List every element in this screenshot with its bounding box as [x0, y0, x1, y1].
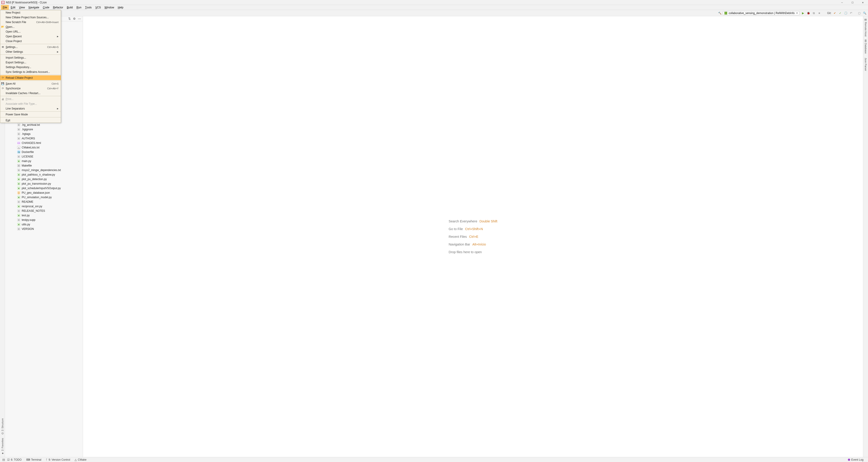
file-label: Makefile: [22, 164, 32, 167]
file-label: test.py: [22, 214, 30, 217]
menu-window[interactable]: Window: [103, 5, 116, 10]
file-menu-save-all[interactable]: 💾Save AllCtrl+S: [0, 81, 61, 86]
search-everywhere-button[interactable]: 🔍: [863, 11, 867, 15]
file-menu-reload-cmake-project[interactable]: ⟳Reload CMake Project: [0, 75, 61, 80]
file-menu-sync-settings-to-jetbrains-account[interactable]: Sync Settings to JetBrains Account...: [0, 69, 61, 74]
hide-panel-icon[interactable]: —: [78, 17, 81, 20]
settings-gear-icon[interactable]: ⚙: [73, 17, 76, 20]
menu-help[interactable]: Help: [116, 5, 125, 10]
file-pu-geo-database-json[interactable]: {}PU_geo_database.json: [5, 191, 81, 195]
file-label: VERSION: [22, 227, 34, 231]
build-icon[interactable]: 🔨: [718, 11, 721, 15]
file-menu-invalidate-caches-restart[interactable]: Invalidate Caches / Restart...: [0, 91, 61, 95]
file-license[interactable]: ≡LICENSE: [5, 154, 81, 159]
file-readme[interactable]: ≡README: [5, 200, 81, 204]
file-changes-html[interactable]: <>CHANGES.html: [5, 141, 81, 145]
terminal-tool-button[interactable]: ⌨Terminal: [24, 458, 43, 461]
file-testpy-supp[interactable]: ≡testpy.supp: [5, 218, 81, 222]
git-revert-button[interactable]: ↶: [849, 11, 853, 15]
file-utils-py[interactable]: ●utils.py: [5, 222, 81, 227]
project-tree[interactable]: ≡.hg_archival.txt≡.hgignore≡.hgtags≡AUTH…: [5, 123, 81, 457]
file-menu-exit[interactable]: Exit: [0, 118, 61, 123]
menu-item-label: Open Recent: [6, 35, 22, 38]
file-plot-pu-transmission-py[interactable]: ●plot_pu_transmission.py: [5, 181, 81, 186]
minimize-button[interactable]: ─: [837, 0, 847, 5]
close-button[interactable]: ✕: [858, 0, 868, 5]
menu-build[interactable]: Build: [65, 5, 75, 10]
file-menu-open-url[interactable]: Open URL...: [0, 29, 61, 34]
file-menu-dropdown[interactable]: New ProjectNew CMake Project from Source…: [0, 10, 61, 123]
file-menu-settings[interactable]: 🛠Settings...Ctrl+Alt+S: [0, 45, 61, 49]
file-main-py[interactable]: ●main.py: [5, 159, 81, 163]
svg-text:CL: CL: [2, 2, 4, 4]
file-menu-open-recent[interactable]: Open Recent▶: [0, 34, 61, 39]
file-icon: ≡: [17, 209, 20, 212]
vcs-tool-button[interactable]: ᚶ9: Version Control: [43, 458, 72, 461]
left-tab-2-structure[interactable]: ⌬2: Structure: [1, 418, 4, 434]
menu-item-icon: 💾: [1, 82, 4, 85]
file-menu-new-project[interactable]: New Project: [0, 10, 61, 15]
scroll-from-source-icon[interactable]: ⇅: [68, 17, 71, 20]
file-plot-pu-detection-py[interactable]: ●plot_pu_detection.py: [5, 177, 81, 181]
file-menu-other-settings[interactable]: Other Settings▶: [0, 49, 61, 54]
file--hg-archival-txt[interactable]: ≡.hg_archival.txt: [5, 123, 81, 127]
right-tab-remote-host[interactable]: ▤Remote Host: [864, 18, 867, 36]
menu-edit[interactable]: Edit: [9, 5, 17, 10]
file-menu-line-separators[interactable]: Line Separators▶: [0, 106, 61, 111]
right-tab-json-parser[interactable]: Json Parser: [864, 57, 867, 71]
file-icon: ≡: [17, 128, 20, 131]
statusbar-menu-icon[interactable]: ▤: [2, 458, 5, 461]
file-label: README: [22, 200, 33, 203]
file-menu-new-scratch-file[interactable]: New Scratch FileCtrl+Alt+Shift+Insert: [0, 20, 61, 24]
menu-file[interactable]: File: [1, 5, 9, 10]
git-history-button[interactable]: 🕓: [844, 11, 848, 15]
git-update-button[interactable]: ✔: [833, 11, 837, 15]
file-menu-power-save-mode[interactable]: Power Save Mode: [0, 112, 61, 117]
file-menu-import-settings[interactable]: Import Settings...: [0, 55, 61, 60]
file-menu-synchronize[interactable]: ⟳SynchronizeCtrl+Alt+Y: [0, 86, 61, 91]
file-makefile[interactable]: ≡Makefile: [5, 163, 81, 168]
file-menu-new-cmake-project-from-sources[interactable]: New CMake Project from Sources...: [0, 15, 61, 20]
run-with-coverage-button[interactable]: ⧉: [812, 11, 816, 15]
todo-tool-button[interactable]: ☑6: TODO: [5, 458, 24, 461]
maximize-button[interactable]: ☐: [847, 0, 858, 5]
menu-navigate[interactable]: Navigate: [27, 5, 41, 10]
file-version[interactable]: ≡VERSION: [5, 227, 81, 231]
file-menu-open[interactable]: 📂Open...: [0, 24, 61, 29]
stop-button[interactable]: ■: [817, 11, 821, 15]
menu-refactor[interactable]: Refactor: [51, 5, 65, 10]
file-menu-settings-repository[interactable]: Settings Repository...: [0, 65, 61, 69]
menu-tools[interactable]: Tools: [83, 5, 93, 10]
menu-run[interactable]: Run: [74, 5, 83, 10]
left-tab-2-favorites[interactable]: ★2: Favorites: [1, 438, 4, 455]
cmake-tool-button[interactable]: △CMake: [72, 458, 89, 461]
right-tab-database[interactable]: 🗄Database: [864, 39, 867, 54]
file-menu-export-settings[interactable]: Export Settings...: [0, 60, 61, 65]
editor-area[interactable]: Search EverywhereDouble ShiftGo to FileC…: [83, 16, 863, 457]
event-log-button[interactable]: Event Log: [846, 458, 866, 461]
file-reciprocal-snr-py[interactable]: ●reciprocal_snr.py: [5, 204, 81, 209]
file-test-py[interactable]: ●test.py: [5, 213, 81, 218]
git-commit-button[interactable]: ✓: [838, 11, 842, 15]
file-cmakelists-txt[interactable]: △CMakeLists.txt: [5, 145, 81, 150]
debug-button[interactable]: 🐞: [806, 11, 810, 15]
file-pu-simulation-model-py[interactable]: ●PU_simulation_model.py: [5, 195, 81, 200]
file-dockerfile[interactable]: 🐳Dockerfile: [5, 150, 81, 154]
file-release-notes[interactable]: ≡RELEASE_NOTES: [5, 209, 81, 213]
file-msys2-mingw-dependencies-txt[interactable]: ≡msys2_mingw_dependencies.txt: [5, 168, 81, 172]
menu-vcs[interactable]: VCS: [94, 5, 103, 10]
menu-code[interactable]: Code: [41, 5, 51, 10]
toolbar: 🔨 collaborative_sensing_demonstration | …: [0, 10, 868, 16]
run-button[interactable]: ▶: [801, 11, 805, 15]
menu-item-label: Associate with File Type...: [6, 102, 37, 106]
file-plot-pathloss-n-shadow-py[interactable]: ●plot_pathloss_n_shadow.py: [5, 172, 81, 177]
ide-layout-button[interactable]: ▢: [857, 11, 861, 15]
file-menu-close-project[interactable]: Close Project: [0, 39, 61, 44]
file--hgignore[interactable]: ≡.hgignore: [5, 127, 81, 132]
file--hgtags[interactable]: ≡.hgtags: [5, 132, 81, 136]
run-config-selector[interactable]: collaborative_sensing_demonstration | Re…: [723, 11, 800, 15]
file-label: PU_geo_database.json: [22, 191, 50, 194]
file-plot-schedulerinputvsoutput-py[interactable]: ●plot_schedulerInputVSOutput.py: [5, 186, 81, 191]
file-authors[interactable]: ≡AUTHORS: [5, 136, 81, 141]
menu-view[interactable]: View: [17, 5, 27, 10]
